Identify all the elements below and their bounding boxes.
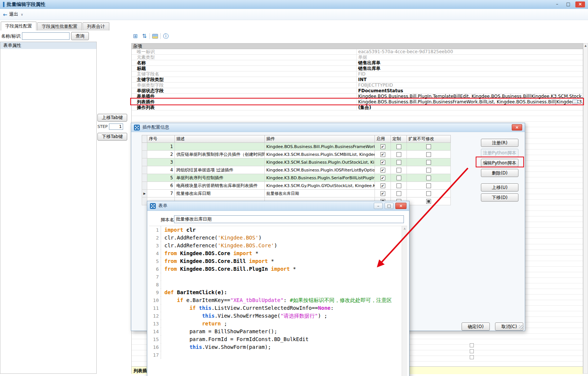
row-indicator-header (142, 135, 147, 143)
tab-item-0[interactable]: 字段属性配置 (1, 22, 36, 30)
ext-checkbox[interactable] (426, 176, 431, 180)
tab-item-2[interactable]: 列表合计 (83, 22, 109, 30)
scroll-up-icon[interactable]: ∧ (402, 226, 407, 232)
custom-checkbox[interactable] (396, 168, 401, 173)
chevron-down-icon[interactable]: ∨ (21, 13, 23, 16)
custom-checkbox[interactable] (396, 152, 401, 157)
plugin-row[interactable]: 2供应链单据列表预制排序公共插件（创建时间降...Kingdee.K3.SCM.… (142, 151, 451, 158)
code-editor[interactable]: 1import clr2clr.AddReference('Kingdee.BO… (149, 226, 407, 376)
code-line: 12 this.View.ShowErrMessage("请选择数据行") ; (149, 312, 407, 320)
plugin-dialog-titlebar[interactable]: 插件配置信息 × (131, 123, 525, 132)
move-up-tab-button[interactable]: 上移Tab键 (97, 114, 127, 122)
enabled-checkbox[interactable]: ✔ (380, 160, 385, 165)
enabled-checkbox[interactable]: ✔ (380, 183, 385, 188)
property-row[interactable]: 主键字段名FID (132, 71, 583, 77)
resize-grip[interactable] (519, 325, 524, 330)
ext-checkbox[interactable] (426, 191, 431, 196)
plugin-action-button[interactable]: 注册Python脚本 (481, 149, 518, 157)
plugin-row[interactable]: 4跨组织结算单据选项 过滤插件Kingdee.K3.SCM.Business.P… (142, 166, 451, 174)
property-checkbox[interactable] (470, 355, 474, 359)
property-row[interactable]: 单据类型字段FOBJECTTYPEID (132, 83, 583, 88)
property-checkbox[interactable] (470, 349, 474, 353)
enabled-checkbox[interactable]: ✔ (380, 191, 385, 196)
plugin-action-button[interactable]: 上移(U) (481, 183, 518, 192)
script-name-input[interactable] (174, 215, 404, 223)
custom-checkbox[interactable] (396, 191, 401, 196)
window-title: 批量编辑字段属性 (7, 1, 45, 8)
custom-checkbox[interactable] (396, 176, 401, 180)
exit-button[interactable]: 退出 (9, 11, 18, 17)
script-dialog-titlebar[interactable]: 表单 – □ × (147, 201, 409, 211)
code-text: import clr (161, 226, 196, 234)
custom-checkbox[interactable] (396, 183, 401, 188)
plugin-row[interactable]: 3Kingdee.K3.SCM.Sal.Business.PlugIn.OutS… (142, 158, 451, 166)
ext-checkbox[interactable] (426, 183, 431, 188)
code-line: 17 (149, 351, 407, 359)
ext-checkbox[interactable] (426, 168, 431, 173)
line-number: 15 (149, 335, 161, 343)
property-row[interactable]: 元素类型单据 (132, 55, 583, 60)
move-down-tab-button[interactable]: 下移Tab键 (97, 133, 127, 141)
close-button[interactable]: × (395, 203, 407, 209)
enabled-checkbox[interactable]: ✔ (380, 168, 385, 173)
code-line: 11 if this.ListView.CurrentSelectedRowIn… (149, 304, 407, 312)
code-scrollbar[interactable]: ∧ (402, 226, 407, 376)
maximize-button[interactable]: □ (385, 203, 393, 209)
search-input[interactable] (22, 32, 70, 40)
ext-checkbox[interactable] (426, 199, 431, 204)
column-header: 扩展不可修改 (407, 135, 451, 143)
tree-item-form-properties[interactable]: 表单属性 (0, 42, 96, 49)
minimize-button[interactable]: – (553, 1, 561, 7)
close-button[interactable]: × (512, 124, 522, 131)
plugin-description (175, 143, 265, 151)
ext-checkbox[interactable] (426, 160, 431, 165)
custom-checkbox[interactable] (396, 160, 401, 165)
scroll-up-icon[interactable]: ▲ (584, 44, 588, 48)
property-row[interactable]: 名称销售出库单 (132, 60, 583, 66)
property-row[interactable]: 操作列表(集合) (132, 105, 583, 110)
step-input[interactable] (109, 123, 123, 130)
ok-button[interactable]: 确定(O) (462, 322, 490, 331)
restore-button[interactable]: □ (564, 1, 572, 7)
plugin-name: 批量修改出库日期 (265, 190, 375, 197)
line-number: 16 (149, 343, 161, 351)
property-row[interactable]: 唯一标识eaca5391-570a-4cce-bece-9d71825eeb00 (132, 49, 583, 55)
vertical-scrollbar[interactable]: ▲ (583, 43, 588, 374)
plugin-row[interactable]: 6电商模块显示的管易销售出库单据列表插件Kingdee.K3.SCM.Gy.Pl… (142, 182, 451, 190)
plugin-row[interactable]: 1Kingdee.BOS.Business.Bill.PlugIn.Busine… (142, 143, 451, 151)
plugin-action-button[interactable]: 下移(D) (481, 193, 518, 202)
ext-checkbox[interactable] (426, 152, 431, 157)
plugin-row[interactable]: 5单据列表序列号控制插件Kingdee.K3.BD.Business.PlugI… (142, 174, 451, 182)
code-text: from Kingdee.BOS.Core.Bill.PlugIn import… (161, 265, 296, 273)
plugin-row[interactable]: ▶7批量修改出库日期批量修改出库日期✔ (142, 190, 451, 197)
property-row[interactable]: 标题销售出库单 (132, 66, 583, 71)
property-label: 唯一标识 (132, 49, 357, 54)
sort-icon[interactable]: ⇅ (141, 32, 148, 40)
property-row[interactable]: 主键字段类型INT (132, 77, 583, 83)
step-row: STEP (97, 123, 130, 130)
custom-checkbox[interactable] (396, 144, 401, 149)
code-text: if this.ListView.CurrentSelectedRowInfo=… (161, 304, 334, 312)
tab-item-1[interactable]: 字段属性批量配置 (37, 22, 82, 30)
categorized-icon[interactable]: ⊞ (132, 32, 139, 40)
enabled-checkbox[interactable]: ✔ (380, 144, 385, 149)
title-bar[interactable]: 批量编辑字段属性 – □ × (0, 0, 588, 9)
close-button[interactable]: × (575, 1, 585, 7)
property-value: FOBJECTTYPEID (357, 83, 583, 88)
enabled-checkbox[interactable]: ✔ (380, 176, 385, 180)
ext-checkbox[interactable] (426, 144, 431, 149)
property-row[interactable]: 单据状态字段FDocumentStatus (132, 88, 583, 94)
property-checkbox[interactable] (470, 343, 474, 347)
minimize-button[interactable]: – (374, 203, 383, 209)
plugin-action-button[interactable]: 注册(R) (481, 139, 518, 147)
step-label: STEP (97, 124, 107, 129)
property-section-header[interactable]: 杂项 (132, 44, 583, 49)
search-button[interactable]: 查询 (71, 32, 89, 40)
ext-cell (407, 166, 451, 174)
custom-cell (391, 143, 407, 151)
image-icon[interactable] (151, 32, 159, 40)
plugin-action-button[interactable]: 删除(D) (481, 169, 518, 177)
enabled-checkbox[interactable]: ✔ (380, 152, 385, 157)
info-icon[interactable]: ⓘ (162, 32, 170, 40)
property-label: 单据状态字段 (132, 88, 357, 93)
